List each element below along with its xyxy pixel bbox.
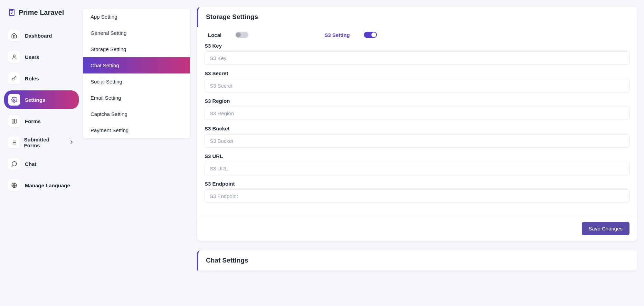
storage-settings-card: Storage Settings Local S3 Setting S3 Key: [197, 7, 637, 241]
svg-point-3: [13, 99, 15, 101]
local-toggle-label: Local: [208, 32, 221, 38]
subnav-general-setting[interactable]: General Setting: [83, 25, 190, 41]
sidebar-item-label: Manage Language: [25, 182, 70, 188]
local-toggle[interactable]: [235, 32, 248, 38]
sidebar-item-chat[interactable]: Chat: [4, 155, 79, 173]
chat-settings-title: Chat Settings: [197, 250, 637, 270]
sidebar-item-users[interactable]: Users: [4, 48, 79, 66]
sidebar-item-label: Settings: [25, 97, 45, 103]
user-icon: [8, 51, 20, 63]
s3-key-label: S3 Key: [205, 43, 629, 49]
sidebar-main: Prime Laravel Dashboard Users Roles Sett…: [0, 0, 83, 306]
s3-toggle[interactable]: [364, 32, 377, 38]
sidebar-item-dashboard[interactable]: Dashboard: [4, 26, 79, 45]
sidebar-item-label: Chat: [25, 161, 36, 167]
s3-secret-label: S3 Secret: [205, 70, 629, 76]
s3-bucket-label: S3 Bucket: [205, 126, 629, 131]
subnav-storage-setting[interactable]: Storage Setting: [83, 41, 190, 57]
sidebar-item-settings[interactable]: Settings: [4, 90, 79, 109]
s3-endpoint-input[interactable]: [205, 189, 629, 203]
sidebar-item-label: Forms: [25, 118, 41, 124]
subnav-app-setting[interactable]: App Setting: [83, 9, 190, 25]
storage-mode-toggles: Local S3 Setting: [205, 32, 629, 43]
svg-point-1: [13, 55, 15, 57]
s3-region-label: S3 Region: [205, 98, 629, 104]
sidebar-item-label: Dashboard: [25, 33, 52, 39]
s3-url-label: S3 URL: [205, 153, 629, 159]
subnav-social-setting[interactable]: Social Setting: [83, 73, 190, 90]
sidebar-item-forms[interactable]: Forms: [4, 112, 79, 130]
chat-icon: [8, 158, 20, 170]
s3-toggle-label: S3 Setting: [324, 32, 350, 38]
s3-secret-input[interactable]: [205, 79, 629, 92]
s3-region-input[interactable]: [205, 107, 629, 120]
s3-key-input[interactable]: [205, 51, 629, 65]
gear-icon: [8, 94, 20, 106]
sidebar-item-label: Submitted Forms: [24, 137, 64, 148]
globe-icon: [8, 179, 20, 191]
settings-subnav: App Setting General Setting Storage Sett…: [83, 9, 190, 138]
s3-bucket-input[interactable]: [205, 134, 629, 148]
home-icon: [8, 30, 20, 41]
sidebar-item-label: Roles: [25, 76, 39, 81]
sidebar-item-submitted-forms[interactable]: Submitted Forms: [4, 133, 79, 152]
storage-settings-title: Storage Settings: [197, 7, 637, 27]
subnav-chat-setting[interactable]: Chat Setting: [83, 57, 190, 73]
sidebar-item-manage-language[interactable]: Manage Language: [4, 176, 79, 195]
subnav-captcha-setting[interactable]: Captcha Setting: [83, 106, 190, 122]
main-content: Storage Settings Local S3 Setting S3 Key: [190, 0, 644, 306]
subnav-email-setting[interactable]: Email Setting: [83, 90, 190, 106]
s3-endpoint-label: S3 Endpoint: [205, 181, 629, 187]
s3-url-input[interactable]: [205, 162, 629, 175]
sidebar-item-roles[interactable]: Roles: [4, 69, 79, 88]
key-icon: [8, 72, 20, 84]
sidebar-item-label: Users: [25, 54, 39, 60]
forms-icon: [8, 115, 20, 127]
logo-text: Prime Laravel: [19, 9, 64, 17]
svg-point-2: [12, 78, 14, 80]
list-icon: [8, 137, 19, 148]
subnav-payment-setting[interactable]: Payment Setting: [83, 122, 190, 138]
clipboard-icon: [8, 8, 16, 17]
svg-rect-4: [12, 119, 14, 123]
chat-settings-card: Chat Settings: [197, 250, 637, 270]
chevron-right-icon: [68, 139, 75, 146]
save-changes-button[interactable]: Save Changes: [582, 222, 629, 235]
logo[interactable]: Prime Laravel: [4, 6, 79, 23]
svg-rect-5: [15, 119, 16, 123]
